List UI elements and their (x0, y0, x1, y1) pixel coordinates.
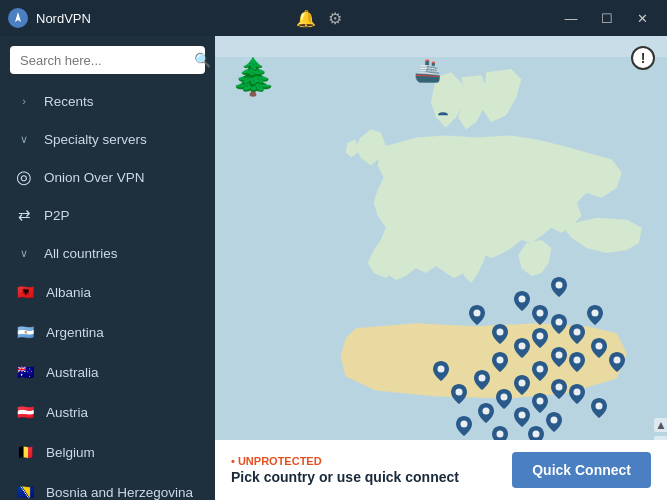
flag-albania: 🇦🇱 (14, 281, 36, 303)
main-content: 🔍 › Recents ∨ Specialty servers ◎ Onion … (0, 36, 667, 500)
sidebar-label-countries: All countries (44, 246, 118, 261)
quick-connect-button[interactable]: Quick Connect (512, 452, 651, 488)
close-button[interactable]: ✕ (627, 4, 659, 32)
search-box[interactable]: 🔍 (10, 46, 205, 74)
country-label-albania: Albania (46, 285, 91, 300)
country-label-australia: Australia (46, 365, 99, 380)
settings-icon[interactable]: ⚙ (328, 9, 342, 28)
notification-icon[interactable]: 🔔 (296, 9, 316, 28)
europe-map (215, 36, 667, 500)
app-logo (8, 8, 28, 28)
onion-icon: ◎ (14, 167, 34, 187)
country-label-bosnia: Bosnia and Herzegovina (46, 485, 193, 500)
sidebar-item-specialty[interactable]: ∨ Specialty servers (0, 120, 215, 158)
protection-status: UNPROTECTED (231, 455, 459, 467)
sidebar-list: › Recents ∨ Specialty servers ◎ Onion Ov… (0, 82, 215, 500)
maximize-button[interactable]: ☐ (591, 4, 623, 32)
sidebar-item-australia[interactable]: 🇦🇺 Australia (0, 352, 215, 392)
flag-argentina: 🇦🇷 (14, 321, 36, 343)
p2p-icon: ⇄ (14, 205, 34, 225)
flag-belgium: 🇧🇪 (14, 441, 36, 463)
sidebar-item-bosnia[interactable]: 🇧🇦 Bosnia and Herzegovina (0, 472, 215, 500)
status-bar: UNPROTECTED Pick country or use quick co… (215, 440, 667, 500)
window-controls: — ☐ ✕ (555, 4, 659, 32)
flag-austria: 🇦🇹 (14, 401, 36, 423)
status-message: Pick country or use quick connect (231, 469, 459, 485)
sidebar-item-argentina[interactable]: 🇦🇷 Argentina (0, 312, 215, 352)
chevron-down-countries-icon: ∨ (14, 243, 34, 263)
country-label-argentina: Argentina (46, 325, 104, 340)
country-label-austria: Austria (46, 405, 88, 420)
sidebar-item-belgium[interactable]: 🇧🇪 Belgium (0, 432, 215, 472)
sidebar: 🔍 › Recents ∨ Specialty servers ◎ Onion … (0, 36, 215, 500)
sidebar-label-onion: Onion Over VPN (44, 170, 145, 185)
chevron-down-icon: ∨ (14, 129, 34, 149)
country-label-belgium: Belgium (46, 445, 95, 460)
search-input[interactable] (20, 53, 188, 68)
sidebar-label-specialty: Specialty servers (44, 132, 147, 147)
minimize-button[interactable]: — (555, 4, 587, 32)
title-bar: NordVPN 🔔 ⚙ — ☐ ✕ (0, 0, 667, 36)
app-brand: NordVPN (8, 8, 91, 28)
sidebar-label-p2p: P2P (44, 208, 70, 223)
scroll-up-button[interactable]: ▲ (654, 418, 667, 432)
sidebar-item-p2p[interactable]: ⇄ P2P (0, 196, 215, 234)
sidebar-item-countries[interactable]: ∨ All countries (0, 234, 215, 272)
map-scrollbar: ▲ ▼ (655, 36, 667, 460)
search-icon: 🔍 (194, 52, 211, 68)
alert-badge[interactable]: ! (631, 46, 655, 70)
flag-australia: 🇦🇺 (14, 361, 36, 383)
ship-decoration: 🚢 (414, 58, 441, 84)
title-bar-icons: 🔔 ⚙ (296, 9, 342, 28)
tree-decoration: 🌲 (231, 56, 276, 98)
sidebar-item-onion[interactable]: ◎ Onion Over VPN (0, 158, 215, 196)
map-area: 🌲 🚢 ! ▲ ▼ UNPROTECTED Pick country or us… (215, 36, 667, 500)
flag-bosnia: 🇧🇦 (14, 481, 36, 500)
sidebar-item-austria[interactable]: 🇦🇹 Austria (0, 392, 215, 432)
sidebar-item-albania[interactable]: 🇦🇱 Albania (0, 272, 215, 312)
status-info: UNPROTECTED Pick country or use quick co… (231, 455, 459, 485)
chevron-right-icon: › (14, 91, 34, 111)
sidebar-item-recents[interactable]: › Recents (0, 82, 215, 120)
sidebar-label-recents: Recents (44, 94, 94, 109)
app-title: NordVPN (36, 11, 91, 26)
